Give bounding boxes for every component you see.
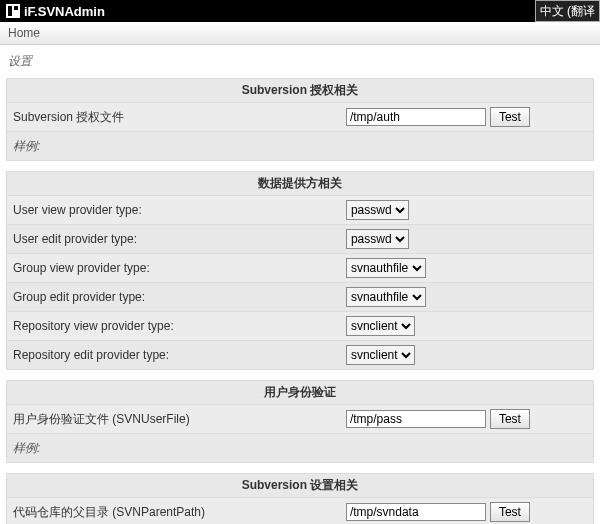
parent-path-test-button[interactable]: Test xyxy=(490,502,530,522)
group-view-label: Group view provider type: xyxy=(13,261,346,275)
auth-example-label: 样例: xyxy=(13,138,346,155)
repo-view-label: Repository view provider type: xyxy=(13,319,346,333)
user-edit-label: User edit provider type: xyxy=(13,232,346,246)
top-bar: iF.SVNAdmin 中文 (翻译 xyxy=(0,0,600,22)
nav-bar: Home xyxy=(0,22,600,45)
row-parent-path: 代码仓库的父目录 (SVNParentPath) Test xyxy=(6,498,594,524)
row-group-view: Group view provider type: svnauthfile xyxy=(6,254,594,283)
section-svn-settings-header: Subversion 设置相关 xyxy=(6,473,594,498)
user-file-test-button[interactable]: Test xyxy=(490,409,530,429)
language-button-label: 中文 (翻译 xyxy=(540,3,595,20)
section-svn-settings: Subversion 设置相关 代码仓库的父目录 (SVNParentPath)… xyxy=(6,473,594,524)
repo-view-select[interactable]: svnclient xyxy=(346,316,415,336)
section-auth-header: Subversion 授权相关 xyxy=(6,78,594,103)
app-logo-icon xyxy=(6,4,20,18)
section-data-provider-header: 数据提供方相关 xyxy=(6,171,594,196)
row-user-auth-example: 样例: xyxy=(6,434,594,463)
group-edit-label: Group edit provider type: xyxy=(13,290,346,304)
page-heading: 设置 xyxy=(0,45,600,74)
group-edit-select[interactable]: svnauthfile xyxy=(346,287,426,307)
section-user-auth: 用户身份验证 用户身份验证文件 (SVNUserFile) Test 样例: xyxy=(6,380,594,463)
user-file-input[interactable] xyxy=(346,410,486,428)
user-auth-example-label: 样例: xyxy=(13,440,346,457)
auth-file-test-button[interactable]: Test xyxy=(490,107,530,127)
group-view-select[interactable]: svnauthfile xyxy=(346,258,426,278)
parent-path-input[interactable] xyxy=(346,503,486,521)
user-file-label: 用户身份验证文件 (SVNUserFile) xyxy=(13,411,346,428)
row-user-edit: User edit provider type: passwd xyxy=(6,225,594,254)
svg-rect-2 xyxy=(14,6,18,10)
svg-rect-1 xyxy=(8,6,12,16)
row-auth-example: 样例: xyxy=(6,132,594,161)
row-user-file: 用户身份验证文件 (SVNUserFile) Test xyxy=(6,405,594,434)
parent-path-label: 代码仓库的父目录 (SVNParentPath) xyxy=(13,504,346,521)
row-auth-file: Subversion 授权文件 Test xyxy=(6,103,594,132)
repo-edit-select[interactable]: svnclient xyxy=(346,345,415,365)
row-repo-edit: Repository edit provider type: svnclient xyxy=(6,341,594,370)
user-view-select[interactable]: passwd xyxy=(346,200,409,220)
section-user-auth-header: 用户身份验证 xyxy=(6,380,594,405)
auth-file-label: Subversion 授权文件 xyxy=(13,109,346,126)
row-group-edit: Group edit provider type: svnauthfile xyxy=(6,283,594,312)
user-edit-select[interactable]: passwd xyxy=(346,229,409,249)
row-user-view: User view provider type: passwd xyxy=(6,196,594,225)
auth-file-input[interactable] xyxy=(346,108,486,126)
app-title: iF.SVNAdmin xyxy=(24,4,105,19)
repo-edit-label: Repository edit provider type: xyxy=(13,348,346,362)
section-data-provider: 数据提供方相关 User view provider type: passwd … xyxy=(6,171,594,370)
section-auth: Subversion 授权相关 Subversion 授权文件 Test 样例: xyxy=(6,78,594,161)
nav-home[interactable]: Home xyxy=(8,26,40,40)
row-repo-view: Repository view provider type: svnclient xyxy=(6,312,594,341)
user-view-label: User view provider type: xyxy=(13,203,346,217)
language-button[interactable]: 中文 (翻译 xyxy=(535,0,600,22)
